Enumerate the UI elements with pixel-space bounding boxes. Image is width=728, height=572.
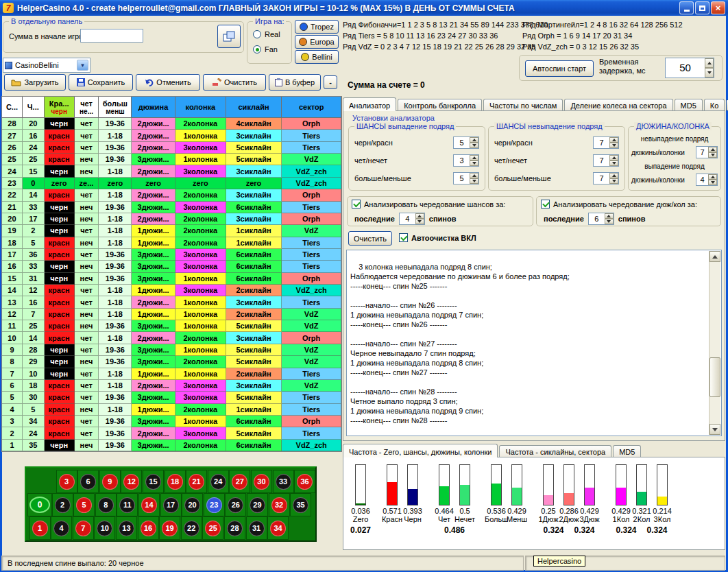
- analyzer-tab[interactable]: Деление колеса на сектора: [564, 99, 672, 111]
- table-row[interactable]: 829черннеч19-363дюжи...2колонка5сиклайнV…: [2, 356, 341, 368]
- spinner-up-icon[interactable]: [708, 147, 717, 152]
- alt-dozens-spinner[interactable]: 6: [588, 213, 614, 225]
- delay-spinner-up-icon[interactable]: [705, 58, 714, 68]
- table-row[interactable]: 2525красннеч19-363дюжи...1колонка5сиклай…: [2, 154, 341, 165]
- dozen-drop-spinner[interactable]: 4: [696, 174, 718, 186]
- drop-row3-spinner[interactable]: 5: [453, 172, 479, 184]
- column-header[interactable]: дюжина: [132, 97, 175, 118]
- roulette-number-cell[interactable]: 7: [73, 516, 94, 540]
- roulette-number-cell[interactable]: 25: [202, 516, 223, 540]
- table-row[interactable]: 2624краснчет19-362дюжи...3колонка5сиклай…: [2, 142, 341, 154]
- column-header[interactable]: большменш: [99, 97, 132, 118]
- spinner-up-icon[interactable]: [470, 155, 478, 160]
- spinner-down-icon[interactable]: [415, 219, 424, 224]
- spinner-up-icon[interactable]: [708, 174, 717, 180]
- spinner-down-icon[interactable]: [708, 180, 717, 185]
- analyzer-tab[interactable]: Анализатор: [343, 97, 396, 111]
- roulette-number-cell[interactable]: 20: [182, 493, 203, 516]
- roulette-number-cell[interactable]: 27: [229, 470, 250, 493]
- roulette-number-cell[interactable]: 29: [247, 493, 268, 516]
- spinner-down-icon[interactable]: [708, 152, 717, 158]
- load-button[interactable]: Загрузить: [4, 74, 66, 91]
- drop-row1-spinner[interactable]: 5: [453, 136, 479, 149]
- spinner-up-icon[interactable]: [605, 213, 614, 219]
- spinner-down-icon[interactable]: [605, 219, 614, 224]
- spinner-up-icon[interactable]: [470, 173, 478, 178]
- start-sum-input[interactable]: [80, 29, 143, 43]
- roulette-number-cell[interactable]: 4: [51, 516, 72, 540]
- spinner-down-icon[interactable]: [609, 178, 618, 184]
- collapse-button[interactable]: -: [324, 75, 337, 89]
- column-header[interactable]: Кра...черн: [45, 97, 75, 118]
- spinner-down-icon[interactable]: [609, 143, 618, 148]
- table-row[interactable]: 2415черннеч1-182дюжи...3колонка3сиклайнV…: [2, 165, 341, 177]
- table-row[interactable]: 928чернчет19-363дюжи...1колонка5сиклайнV…: [2, 344, 341, 356]
- frequency-tab[interactable]: MD5: [613, 445, 641, 457]
- roulette-number-cell[interactable]: 13: [116, 516, 137, 540]
- table-row[interactable]: 192чернчет1-181дюжи...2колонка1сиклайнVd…: [2, 225, 341, 237]
- roulette-number-cell[interactable]: 21: [186, 470, 207, 493]
- table-row[interactable]: 230zeroze...zerozerozerozeroVdZ_zch: [2, 178, 341, 189]
- column-header[interactable]: сектор: [282, 97, 341, 118]
- bellini-button[interactable]: Bellini: [295, 50, 339, 64]
- roulette-number-cell[interactable]: 3: [56, 470, 77, 493]
- roulette-zero-cell[interactable]: 0: [27, 493, 52, 516]
- europa-button[interactable]: Europa: [295, 35, 339, 49]
- table-row[interactable]: 1125красннеч19-363дюжи...1колонка5сиклай…: [2, 320, 341, 332]
- dozen-nodrop-spinner[interactable]: 7: [696, 146, 718, 158]
- spinner-down-icon[interactable]: [470, 160, 478, 166]
- table-row[interactable]: 2214краснчет1-182дюжи...2колонка3сиклайн…: [2, 189, 341, 201]
- analyzer-clear-button[interactable]: Очистить: [348, 231, 392, 246]
- alt-dozens-checkbox[interactable]: Анализировать чередование дюж/кол за:: [541, 200, 697, 208]
- roulette-number-cell[interactable]: 32: [269, 493, 290, 516]
- roulette-number-cell[interactable]: 26: [225, 493, 246, 516]
- roulette-number-cell[interactable]: 8: [95, 493, 117, 516]
- table-row[interactable]: 45красннеч1-181дюжи...2колонка1сиклайнTi…: [2, 404, 341, 416]
- maximize-button[interactable]: [695, 1, 709, 14]
- roulette-number-cell[interactable]: 19: [159, 516, 180, 540]
- roulette-number-cell[interactable]: 30: [251, 470, 272, 493]
- detach-panel-button[interactable]: [217, 25, 241, 48]
- roulette-number-cell[interactable]: 5: [73, 493, 95, 516]
- scrollbar-thumb[interactable]: [709, 357, 720, 397]
- scroll-down-icon[interactable]: [709, 424, 720, 435]
- table-row[interactable]: 618краснчет1-182дюжи...3колонка3сиклайнV…: [2, 380, 341, 392]
- roulette-number-cell[interactable]: 12: [121, 470, 142, 493]
- minimize-button[interactable]: [679, 1, 694, 14]
- roulette-number-cell[interactable]: 11: [117, 493, 138, 516]
- spinner-up-icon[interactable]: [609, 173, 618, 178]
- table-row[interactable]: 224краснчет19-362дюжи...3колонка5сиклайн…: [2, 427, 341, 439]
- frequency-tab[interactable]: Частота - сиклайны, сектора: [499, 445, 611, 457]
- roulette-number-cell[interactable]: 2: [52, 493, 73, 516]
- table-row[interactable]: 710чернчет1-181дюжи...1колонка2сиклайнTi…: [2, 368, 341, 380]
- table-row[interactable]: 1633черннеч19-363дюжи...3колонка6сиклайн…: [2, 261, 341, 272]
- radio-real[interactable]: Real: [253, 30, 280, 38]
- analyzer-log[interactable]: 3 колонка невыпадала подряд 8 спин; Набл…: [346, 250, 722, 436]
- delay-spinner[interactable]: 50: [665, 58, 714, 78]
- roulette-number-cell[interactable]: 31: [246, 516, 267, 540]
- roulette-number-cell[interactable]: 1: [29, 516, 51, 540]
- column-header[interactable]: Ч...: [23, 97, 45, 118]
- roulette-number-cell[interactable]: 10: [94, 516, 115, 540]
- spinner-down-icon[interactable]: [470, 178, 478, 184]
- delay-spinner-down-icon[interactable]: [705, 68, 714, 78]
- spinner-down-icon[interactable]: [609, 160, 618, 166]
- scroll-up-icon[interactable]: [709, 251, 720, 262]
- casino-combobox[interactable]: CasinoBellini ▼: [3, 58, 90, 73]
- roulette-number-cell[interactable]: 23: [204, 493, 225, 516]
- analyzer-tab[interactable]: Контроль банкролла: [398, 99, 482, 111]
- table-row[interactable]: 2133черннеч19-363дюжи...3колонка6сиклайн…: [2, 202, 341, 213]
- table-row[interactable]: 2716краснчет1-182дюжи...1колонка3сиклайн…: [2, 130, 341, 141]
- spinner-up-icon[interactable]: [609, 155, 618, 160]
- frequency-tab[interactable]: Частота - Zero, шансы, дюжины, колонки: [343, 444, 498, 457]
- drop-row2-spinner[interactable]: 3: [453, 154, 479, 167]
- analyzer-tab[interactable]: MD5: [675, 99, 703, 111]
- table-row[interactable]: 1412краснчет1-181дюжи...3колонка2сиклайн…: [2, 285, 341, 296]
- clear-button[interactable]: Очистить: [203, 74, 266, 91]
- table-row[interactable]: 1531черннеч19-363дюжи...1колонка6сиклайн…: [2, 273, 341, 285]
- column-header[interactable]: колонка: [175, 97, 226, 118]
- autoclear-checkbox[interactable]: Автоочистка ВКЛ: [399, 233, 476, 242]
- roulette-number-cell[interactable]: 18: [165, 470, 186, 493]
- close-button[interactable]: ×: [711, 1, 725, 14]
- spinner-up-icon[interactable]: [470, 137, 478, 143]
